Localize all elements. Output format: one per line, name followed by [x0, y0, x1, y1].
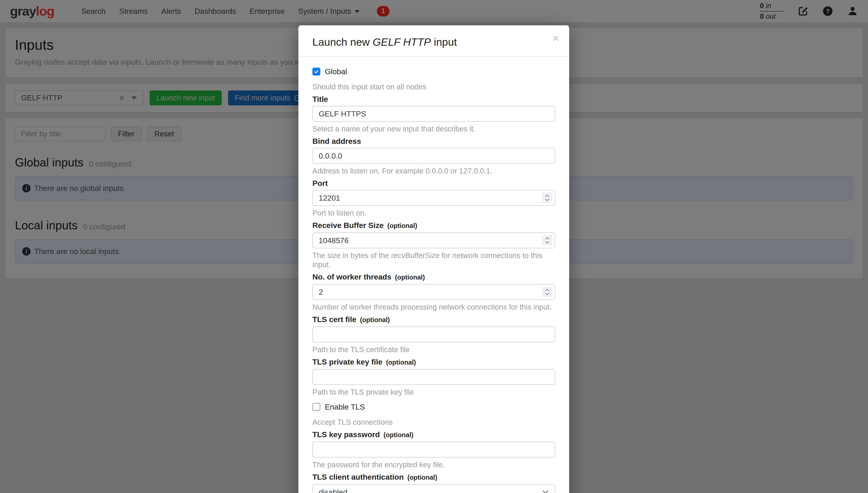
tls-cert-file-label: TLS cert file(optional) [312, 315, 555, 324]
close-icon[interactable]: × [553, 33, 559, 43]
modal-body: Global Should this input start on all no… [298, 57, 569, 493]
number-spinner[interactable] [542, 235, 553, 245]
bind-address-input[interactable] [312, 148, 555, 164]
recv-buffer-group: Receive Buffer Size(optional) The size i… [312, 221, 555, 269]
tls-private-key-help: Path to the TLS private key file [312, 388, 555, 396]
bind-address-label: Bind address [312, 136, 555, 146]
global-help: Should this input start on all nodes [312, 82, 555, 91]
spinner-down-icon [544, 198, 550, 201]
tls-client-auth-select[interactable]: disabled [312, 484, 555, 493]
tls-key-password-label: TLS key password(optional) [312, 430, 555, 440]
launch-input-modal: Launch new GELF HTTP input × Global Shou… [298, 25, 569, 493]
worker-threads-input[interactable] [312, 284, 555, 300]
port-help: Port to listen on. [312, 209, 555, 218]
tls-client-auth-group: TLS client authentication(optional) disa… [312, 472, 555, 493]
recv-buffer-label: Receive Buffer Size(optional) [312, 221, 555, 230]
port-label: Port [312, 179, 555, 188]
tls-private-key-label: TLS private key file(optional) [312, 357, 555, 367]
tls-private-key-input[interactable] [312, 369, 555, 385]
number-spinner[interactable] [542, 287, 553, 297]
worker-threads-help: Number of worker threads processing netw… [312, 303, 555, 312]
spinner-up-icon [544, 288, 550, 292]
spinner-down-icon [544, 241, 550, 244]
modal-title-input-type: GELF HTTP [373, 36, 431, 48]
bind-address-help: Address to listen on. For example 0.0.0.… [312, 167, 555, 175]
tls-key-password-input[interactable] [312, 442, 555, 457]
title-input[interactable] [312, 106, 555, 122]
tls-key-password-group: TLS key password(optional) The password … [312, 430, 555, 469]
tls-cert-file-input[interactable] [312, 326, 555, 342]
spinner-down-icon [544, 292, 550, 296]
bind-address-group: Bind address Address to listen on. For e… [312, 136, 555, 175]
tls-key-password-help: The password for the encrypted key file. [312, 460, 555, 469]
tls-private-key-group: TLS private key file(optional) Path to t… [312, 357, 555, 396]
port-input[interactable] [312, 190, 555, 206]
enable-tls-label[interactable]: Enable TLS [325, 403, 365, 411]
enable-tls-help: Accept TLS connections [312, 418, 555, 427]
enable-tls-checkbox[interactable] [312, 403, 320, 411]
worker-threads-label: No. of worker threads(optional) [312, 272, 555, 282]
global-checkbox[interactable] [312, 68, 320, 76]
number-spinner[interactable] [542, 193, 553, 203]
tls-cert-file-group: TLS cert file(optional) Path to the TLS … [312, 315, 555, 354]
title-field-group: Title Select a name of your new input th… [312, 94, 555, 133]
recv-buffer-input[interactable] [312, 233, 555, 248]
tls-client-auth-value: disabled [319, 488, 542, 493]
enable-tls-checkbox-row: Enable TLS [312, 403, 555, 411]
modal-title: Launch new GELF HTTP input [312, 36, 457, 48]
port-group: Port Port to listen on. [312, 179, 555, 218]
title-help: Select a name of your new input that des… [312, 124, 555, 133]
tls-cert-file-help: Path to the TLS certificate file [312, 345, 555, 354]
modal-header: Launch new GELF HTTP input × [298, 25, 569, 57]
spinner-up-icon [544, 194, 550, 198]
check-icon [314, 69, 319, 74]
spinner-up-icon [544, 237, 550, 240]
global-checkbox-label[interactable]: Global [325, 67, 347, 76]
worker-threads-group: No. of worker threads(optional) Number o… [312, 272, 555, 312]
select-chevron-icon [542, 490, 549, 493]
title-label: Title [312, 94, 555, 104]
tls-client-auth-label: TLS client authentication(optional) [312, 472, 555, 482]
recv-buffer-help: The size in bytes of the recvBufferSize … [312, 251, 555, 269]
global-checkbox-row: Global [312, 67, 555, 76]
